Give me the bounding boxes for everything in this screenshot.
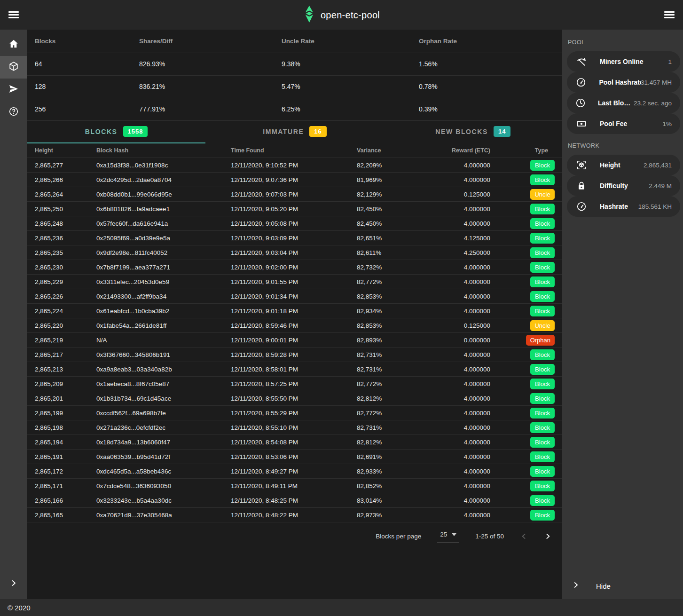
cell-variance: 82,450% xyxy=(349,202,420,216)
block-type-badge[interactable]: Block xyxy=(530,451,555,462)
cell-height: 2,865,198 xyxy=(27,420,89,435)
network-difficulty-item[interactable]: Difficulty 2.449 M xyxy=(567,175,680,196)
last-block-found-item[interactable]: Last Block Fo... 23.2 sec. ago xyxy=(567,93,680,113)
block-type-badge[interactable]: Block xyxy=(530,306,555,316)
table-row: 2,865,230 0x7b8f7199...aea377a271 12/11/… xyxy=(27,260,562,275)
tab-new-blocks[interactable]: NEW BLOCKS 14 xyxy=(384,121,562,143)
cell-time-found: 12/11/2020, 8:57:25 PM xyxy=(223,377,349,391)
block-type-badge[interactable]: Block xyxy=(530,364,555,375)
stats-header-uncle-rate: Uncle Rate xyxy=(274,30,411,53)
block-type-badge[interactable]: Block xyxy=(530,510,555,521)
table-row: 2,865,219 N/A 12/11/2020, 9:00:01 PM 82,… xyxy=(27,333,562,347)
prev-page-button[interactable] xyxy=(520,532,528,540)
cell-height: 2,865,199 xyxy=(27,406,89,420)
block-type-badge[interactable]: Block xyxy=(530,495,555,506)
banknote-icon xyxy=(575,118,588,129)
col-header-block-hash: Block Hash xyxy=(89,143,223,158)
network-height-label: Height xyxy=(600,161,620,169)
cell-block-hash: 0x7b8f7199...aea377a271 xyxy=(89,260,223,275)
block-type-badge[interactable]: Block xyxy=(530,349,555,360)
stats-cell-orphan-rate: 0.39% xyxy=(411,98,562,120)
per-page-label: Blocks per page xyxy=(376,533,421,540)
pool-fee-item[interactable]: Pool Fee 1% xyxy=(567,113,680,134)
table-row: 2,865,266 0x2dc4295d...2dae0a8704 12/11/… xyxy=(27,173,562,187)
per-page-select[interactable]: 25 xyxy=(437,529,459,543)
right-sidebar: POOL Miners Online 1 Pool Hashrate 31.45… xyxy=(562,30,683,599)
cell-block-hash: 0x1fabe54a...2661de81ff xyxy=(89,318,223,333)
sidebar-item-payments[interactable] xyxy=(0,79,27,101)
hide-sidebar-button[interactable]: Hide xyxy=(562,573,683,599)
cell-type: Block xyxy=(498,173,562,187)
miners-online-item[interactable]: Miners Online 1 xyxy=(567,51,680,72)
cell-reward: 4.000000 xyxy=(420,377,498,391)
block-type-badge[interactable]: Uncle xyxy=(530,189,555,200)
block-type-badge[interactable]: Block xyxy=(530,393,555,404)
stats-header-orphan-rate: Orphan Rate xyxy=(411,30,562,53)
pool-hashrate-item[interactable]: Pool Hashrate 31.457 MH xyxy=(567,72,680,93)
cell-height: 2,865,235 xyxy=(27,245,89,260)
cell-time-found: 12/11/2020, 8:55:50 PM xyxy=(223,391,349,406)
cell-block-hash: 0x1b31b734...69c1d45ace xyxy=(89,391,223,406)
block-type-badge[interactable]: Block xyxy=(530,174,555,185)
cell-time-found: 12/11/2020, 9:03:09 PM xyxy=(223,231,349,245)
sidebar-item-home[interactable] xyxy=(0,33,27,56)
cell-type: Block xyxy=(498,406,562,420)
network-hashrate-item[interactable]: Hashrate 185.561 KH xyxy=(567,196,680,217)
cell-type: Block xyxy=(498,158,562,173)
table-row: 2,865,198 0x271a236c...0efcfdf2ec 12/11/… xyxy=(27,420,562,435)
cell-height: 2,865,166 xyxy=(27,493,89,508)
cell-reward: 4.000000 xyxy=(420,202,498,216)
block-type-badge[interactable]: Orphan xyxy=(526,335,555,346)
cell-height: 2,865,230 xyxy=(27,260,89,275)
cell-type: Block xyxy=(498,435,562,450)
cell-variance: 82,732% xyxy=(349,260,420,275)
block-type-badge[interactable]: Block xyxy=(530,408,555,419)
block-type-badge[interactable]: Block xyxy=(530,262,555,273)
block-type-badge[interactable]: Block xyxy=(530,233,555,244)
cell-type: Uncle xyxy=(498,318,562,333)
cell-type: Block xyxy=(498,362,562,377)
block-type-badge[interactable]: Block xyxy=(530,481,555,491)
sidebar-item-blocks[interactable] xyxy=(0,56,27,79)
cell-variance: 82,893% xyxy=(349,333,420,347)
stats-row: 64 826.93% 9.38% 1.56% xyxy=(27,53,562,75)
sidebar-item-help[interactable] xyxy=(0,101,27,124)
cell-block-hash: 0x2dc4295d...2dae0a8704 xyxy=(89,173,223,187)
block-type-badge[interactable]: Block xyxy=(530,291,555,302)
block-type-badge[interactable]: Block xyxy=(530,379,555,389)
block-type-badge[interactable]: Uncle xyxy=(530,320,555,331)
cell-variance: 82,450% xyxy=(349,216,420,231)
chevron-right-icon xyxy=(9,579,18,589)
cell-type: Block xyxy=(498,464,562,479)
table-row: 2,865,220 0x1fabe54a...2661de81ff 12/11/… xyxy=(27,318,562,333)
cell-time-found: 12/11/2020, 9:07:03 PM xyxy=(223,187,349,202)
network-height-item[interactable]: Height 2,865,431 xyxy=(567,155,680,175)
stats-header-row: Blocks Shares/Diff Uncle Rate Orphan Rat… xyxy=(27,30,562,53)
network-section-title: NETWORK xyxy=(562,134,683,155)
block-type-badge[interactable]: Block xyxy=(530,160,555,171)
tab-blocks[interactable]: BLOCKS 1558 xyxy=(27,121,205,143)
block-type-badge[interactable]: Block xyxy=(530,466,555,477)
cell-variance: 82,772% xyxy=(349,406,420,420)
cell-type: Block xyxy=(498,289,562,304)
cell-reward: 4.000000 xyxy=(420,406,498,420)
block-type-badge[interactable]: Block xyxy=(530,437,555,448)
tab-immature[interactable]: IMMATURE 16 xyxy=(205,121,384,143)
block-type-badge[interactable]: Block xyxy=(530,204,555,214)
cell-type: Block xyxy=(498,420,562,435)
cell-reward: 4.000000 xyxy=(420,464,498,479)
menu-hamburger-icon[interactable] xyxy=(8,11,19,18)
block-type-badge[interactable]: Block xyxy=(530,247,555,258)
cell-height: 2,865,266 xyxy=(27,173,89,187)
block-type-badge[interactable]: Block xyxy=(530,422,555,433)
stats-header-blocks: Blocks xyxy=(27,30,132,53)
stats-cell-shares-diff: 826.93% xyxy=(132,53,274,75)
next-page-button[interactable] xyxy=(544,532,552,540)
left-nav xyxy=(0,30,27,599)
settings-hamburger-icon[interactable] xyxy=(664,11,675,18)
block-type-badge[interactable]: Block xyxy=(530,276,555,287)
pool-hashrate-value: 31.457 MH xyxy=(641,79,672,86)
expand-nav-button[interactable] xyxy=(0,569,27,599)
block-type-badge[interactable]: Block xyxy=(530,218,555,229)
chevron-right-icon xyxy=(572,581,580,591)
